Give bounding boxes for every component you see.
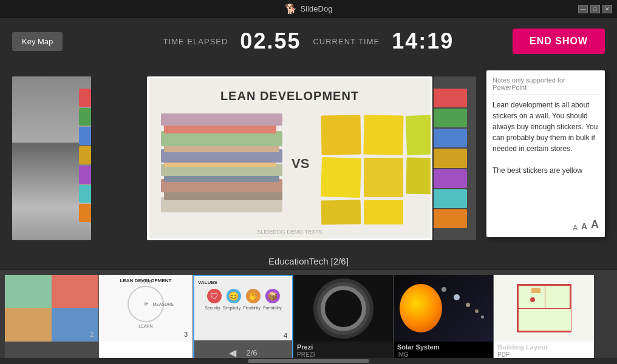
tab-strips: [79, 89, 91, 222]
thumbnail-prezi[interactable]: Prezi PREZI: [293, 275, 394, 364]
label-simplicity: Simplicity: [223, 306, 241, 310]
thumbnail-strip: 2 LEAN DEVELOPMENT BUILD LEARN MEASURE ⟳…: [0, 269, 617, 364]
notes-panel: Notes only supported for PowerPoint Lean…: [486, 70, 605, 237]
thumb-3-title: VALUES: [198, 280, 288, 285]
horizontal-scrollbar[interactable]: [0, 358, 617, 364]
quad-cell-1: [5, 275, 52, 308]
quad-cell-2: [52, 275, 98, 308]
font-small[interactable]: A: [573, 224, 578, 231]
thumb-3-num: 4: [284, 332, 287, 339]
quad-cell-3: [5, 308, 52, 342]
sticky-notes: [321, 115, 418, 212]
solar-planets: [423, 287, 484, 318]
thumb-1-image: 2: [5, 275, 98, 342]
time-elapsed-label: TIME ELAPSED: [163, 37, 228, 46]
label-security: Security: [205, 306, 220, 310]
thumb-prezi-image: [293, 275, 393, 342]
font-medium[interactable]: A: [581, 221, 587, 231]
books-image: [161, 115, 282, 212]
thumbnail-solar[interactable]: Solar System IMG: [394, 275, 494, 364]
current-time-value: 14:19: [392, 29, 454, 54]
vs-text: VS: [291, 156, 309, 172]
notes-header: Notes only supported for PowerPoint: [493, 76, 599, 95]
solar-label: Solar System: [394, 342, 493, 351]
topbar: Key Map TIME ELAPSED 02.55 CURRENT TIME …: [0, 18, 617, 64]
thumbnail-3[interactable]: VALUES 🛡 😊 ✋ 📦 Security Simplicity Flexi…: [193, 275, 293, 364]
label-flexibility: Flexibility: [243, 306, 261, 310]
maximize-button[interactable]: □: [590, 5, 600, 13]
close-button[interactable]: ✕: [602, 5, 612, 13]
main-content: LEAN DEVELOPMENT: [0, 64, 617, 252]
thumbnail-1[interactable]: 2: [5, 275, 99, 364]
thumb-1-num: 2: [90, 331, 94, 338]
building-sublabel: PDF: [494, 351, 594, 358]
prezi-logo: [321, 286, 366, 331]
building-detail-2: [531, 288, 540, 293]
window-controls: — □ ✕: [578, 5, 612, 13]
main-slide: LEAN DEVELOPMENT: [147, 76, 432, 240]
notes-body: Lean development is all about stickers o…: [493, 99, 599, 214]
slide-title-label: EducationTech [2/6]: [268, 256, 349, 266]
prezi-label: Prezi: [293, 342, 393, 351]
prezi-sublabel: PREZI: [293, 351, 393, 358]
thumbnail-building[interactable]: Building Layout PDF: [494, 275, 594, 364]
thumb-solar-image: [394, 275, 493, 342]
icon-security: 🛡: [207, 289, 222, 303]
app-title: SlideDog: [301, 4, 333, 13]
label-portability: Portability: [263, 306, 282, 310]
icon-portability: 📦: [265, 289, 280, 303]
titlebar: 🐕 SlideDog — □ ✕: [0, 0, 617, 18]
thumbnail-2[interactable]: LEAN DEVELOPMENT BUILD LEARN MEASURE ⟳ 3: [99, 275, 193, 364]
nav-back-arrow[interactable]: ◀: [229, 347, 236, 359]
minimize-button[interactable]: —: [578, 5, 588, 13]
slide-title: LEAN DEVELOPMENT: [220, 89, 359, 103]
slide-vs-area: VS: [149, 103, 431, 224]
thumb-2-image: LEAN DEVELOPMENT BUILD LEARN MEASURE ⟳ 3: [99, 275, 193, 342]
nav-page: 2/6: [246, 348, 257, 357]
thumb-2-diagram: BUILD LEARN MEASURE ⟳: [128, 286, 164, 322]
right-slide-preview: [434, 76, 476, 240]
solar-sublabel: IMG: [394, 351, 493, 358]
current-time-label: CURRENT TIME: [313, 37, 380, 46]
thumb-3-image: VALUES 🛡 😊 ✋ 📦 Security Simplicity Flexi…: [194, 276, 292, 343]
icon-simplicity: 😊: [227, 289, 241, 303]
font-large[interactable]: A: [591, 218, 599, 231]
slide-title-bar: EducationTech [2/6]: [0, 252, 617, 269]
end-show-button[interactable]: END SHOW: [513, 29, 605, 54]
thumb-building-image: [494, 275, 594, 342]
left-slide-preview: [12, 76, 91, 240]
building-plan: [517, 284, 571, 332]
slide-footer: SLIDEDOG DEMO TEXTS: [257, 229, 322, 235]
thumb-2-num: 3: [184, 331, 188, 338]
time-elapsed-value: 02.55: [240, 29, 301, 54]
icon-flexibility: ✋: [246, 289, 261, 303]
keymap-button[interactable]: Key Map: [12, 32, 63, 51]
app-icon: 🐕: [285, 3, 297, 15]
building-label: Building Layout: [494, 342, 594, 351]
building-detail: [530, 297, 535, 302]
font-size-controls: A A A: [493, 218, 599, 231]
timer-section: TIME ELAPSED 02.55 CURRENT TIME 14:19: [163, 29, 454, 54]
